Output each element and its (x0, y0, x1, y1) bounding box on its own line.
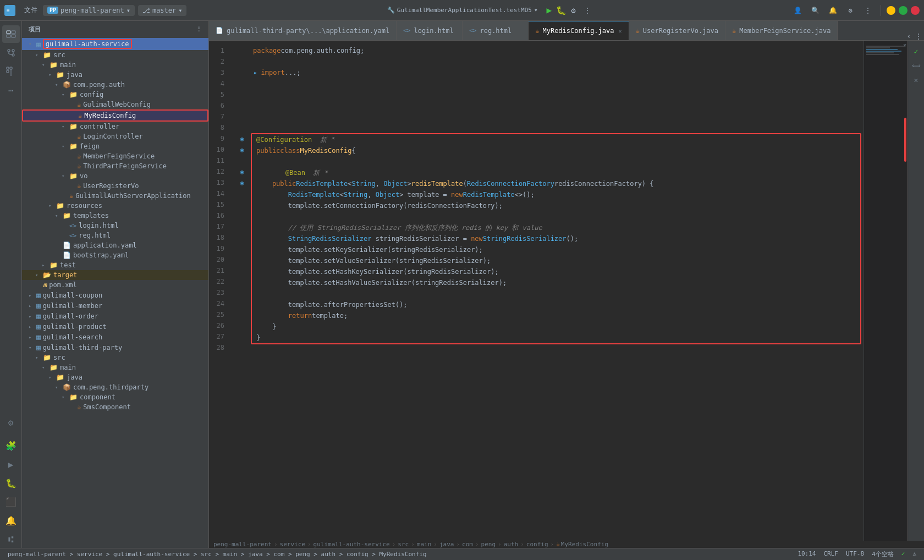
bc-main[interactable]: main (417, 541, 432, 548)
right-close-icon[interactable]: ✕ (910, 74, 922, 86)
statusbar-crlf[interactable]: CRLF (821, 550, 842, 558)
bc-auth[interactable]: auth (504, 541, 519, 548)
statusbar-indent[interactable]: 4个空格 (868, 550, 897, 558)
statusbar-encoding[interactable]: UTF-8 (843, 550, 867, 558)
tree-item-search[interactable]: ▸ ▦ gulimall-search (22, 332, 208, 342)
tree-item-feign[interactable]: ▾ 📁 feign (22, 141, 208, 151)
project-selector[interactable]: PP peng-mall-parent ▾ (43, 5, 135, 16)
tree-item-config[interactable]: ▾ 📁 config (22, 90, 208, 100)
tree-item-product[interactable]: ▸ ▦ gulimall-product (22, 321, 208, 332)
tree-item-sms-component[interactable]: ▾ ☕ SmsComponent (22, 402, 208, 412)
tree-item-com-peng-thirdparty[interactable]: ▾ 📦 com.peng.thirdparty (22, 382, 208, 392)
tab-nav-more[interactable]: ⋮ (913, 32, 924, 40)
tree-item-thirdpart-feign[interactable]: ▾ ☕ ThirdPartFeignService (22, 161, 208, 171)
win-close-button[interactable]: ✕ (911, 6, 920, 15)
statusbar-right: 10:14 CRLF UTF-8 4个空格 ✓ ⚠ (794, 550, 920, 558)
profile-button[interactable]: 👤 (790, 4, 805, 17)
run-settings-button[interactable]: ⚙ (571, 6, 575, 15)
bc-com[interactable]: com (462, 541, 473, 548)
tab-uservo[interactable]: ☕ UserRegisterVo.java (629, 21, 726, 40)
tree-item-java2[interactable]: ▾ 📁 java (22, 372, 208, 382)
right-check-icon[interactable]: ✓ (910, 45, 922, 57)
sidebar-settings-icon[interactable]: ⚙ (2, 414, 20, 431)
tab-member[interactable]: ☕ MemberFeignService.java (725, 21, 838, 40)
sidebar-structure-icon[interactable] (2, 63, 20, 80)
win-minimize-button[interactable]: – (887, 6, 895, 15)
tree-item-login-controller[interactable]: ▾ ☕ LoginController (22, 131, 208, 141)
tree-item-test[interactable]: ▸ 📁 test (22, 260, 208, 270)
tab-reg[interactable]: <> reg.html (463, 21, 529, 40)
tree-item-controller[interactable]: ▾ 📁 controller (22, 122, 208, 131)
bc-config[interactable]: config (526, 541, 548, 548)
sidebar-project-icon[interactable] (2, 25, 20, 43)
statusbar-project-path[interactable]: peng-mall-parent > service > gulimall-au… (4, 551, 430, 558)
sidebar-plugins-icon[interactable]: 🧩 (2, 437, 20, 454)
search-everywhere-button[interactable]: 🔍 (808, 4, 822, 17)
branch-selector[interactable]: ⎇ master ▾ (138, 5, 187, 16)
tree-item-pom[interactable]: ▾ m pom.xml (22, 280, 208, 290)
tree-item-order[interactable]: ▸ ▦ gulimall-order (22, 311, 208, 321)
sidebar-debug-icon[interactable]: 🐛 (2, 474, 20, 492)
file-tree-scroll[interactable]: ▾ ▦ gulimall-auth-service ▾ 📁 src ▾ 📁 ma… (22, 38, 208, 548)
debug-button[interactable]: 🐛 (556, 6, 566, 15)
tree-item-auth-service[interactable]: ▾ ▦ gulimall-auth-service (22, 38, 208, 50)
tree-item-src[interactable]: ▾ 📁 src (22, 50, 208, 60)
tree-item-reg-html[interactable]: ▾ <> reg.html (22, 230, 208, 240)
bc-auth-service[interactable]: gulimall-auth-service (314, 541, 390, 548)
tree-item-application-yaml[interactable]: ▾ 📄 application.yaml (22, 240, 208, 250)
bc-service[interactable]: service (280, 541, 305, 548)
statusbar-warnings[interactable]: ⚠ (909, 550, 920, 558)
menu-file[interactable]: 文件 (20, 3, 42, 17)
tree-item-target[interactable]: ▾ 📂 target (22, 270, 208, 280)
tree-item-main[interactable]: ▾ 📁 main (22, 60, 208, 70)
more-run-options[interactable]: ⋮ (580, 4, 595, 17)
tree-item-java[interactable]: ▾ 📁 java (22, 70, 208, 80)
bc-peng-mall-parent[interactable]: peng-mall-parent (213, 541, 272, 548)
gutter-13: ◉ (235, 177, 249, 188)
sidebar-bookmarks-icon[interactable]: ⋯ (2, 81, 20, 99)
run-config-selector[interactable]: 🔧 GulimallMemberApplicationTest.testMD5 … (383, 5, 542, 15)
ln-8: 8 (209, 122, 229, 133)
settings-button[interactable]: ⚙ (843, 4, 857, 17)
tree-item-com-peng-auth[interactable]: ▾ 📦 com.peng.auth (22, 80, 208, 90)
tree-item-third-party[interactable]: ▾ ▦ gulimall-third-party (22, 342, 208, 353)
tree-item-member[interactable]: ▸ ▦ gulimall-member (22, 300, 208, 311)
run-button[interactable]: ▶ (547, 5, 552, 15)
bc-java[interactable]: java (439, 541, 454, 548)
code-editor[interactable]: package com.peng.auth.config; ▸ import .… (249, 41, 864, 541)
tree-item-component[interactable]: ▾ 📁 component (22, 392, 208, 402)
sidebar-run-icon[interactable]: ▶ (2, 455, 20, 473)
tab-nav-prev[interactable]: ‹ (905, 32, 913, 40)
tree-item-templates[interactable]: ▾ 📁 templates (22, 211, 208, 221)
sidebar-terminal-icon[interactable]: ⬛ (2, 493, 20, 510)
sidebar-git-icon[interactable]: ⑆ (2, 530, 20, 548)
sidebar-notifications-icon[interactable]: 🔔 (2, 512, 20, 529)
tree-item-src2[interactable]: ▾ 📁 src (22, 353, 208, 363)
tree-item-vo[interactable]: ▾ 📁 vo (22, 171, 208, 181)
tree-item-auth-app[interactable]: ▾ ☕ GulimallAuthServerApplication (22, 191, 208, 201)
sidebar-vcs-icon[interactable] (2, 44, 20, 62)
tab-login[interactable]: <> login.html (397, 21, 463, 40)
statusbar-line-col[interactable]: 10:14 (794, 550, 819, 558)
statusbar-check[interactable]: ✓ (898, 550, 909, 558)
notifications-button[interactable]: 🔔 (826, 4, 840, 17)
bc-peng[interactable]: peng (481, 541, 496, 548)
tree-item-gulimall-web-config[interactable]: ▾ ☕ GulimallWebConfig (22, 100, 208, 109)
bc-myredisconfig[interactable]: ☕MyRedisConfig (556, 541, 608, 548)
right-format-icon[interactable]: ⟺ (910, 59, 922, 72)
tab-myredis[interactable]: ☕ MyRedisConfig.java ✕ (529, 21, 629, 40)
tree-item-coupon[interactable]: ▸ ▦ gulimall-coupon (22, 290, 208, 300)
bc-src[interactable]: src (398, 541, 409, 548)
file-tree-menu-icon[interactable]: ⋮ (196, 26, 202, 33)
tree-item-resources[interactable]: ▾ 📁 resources (22, 201, 208, 211)
tree-item-bootstrap-yaml[interactable]: ▾ 📄 bootstrap.yaml (22, 250, 208, 260)
tree-item-main2[interactable]: ▾ 📁 main (22, 363, 208, 372)
tree-item-login-html[interactable]: ▾ <> login.html (22, 221, 208, 230)
more-button[interactable]: ⋮ (861, 4, 875, 17)
tree-item-my-redis-config[interactable]: ▾ ☕ MyRedisConfig (22, 109, 208, 122)
tree-item-member-feign[interactable]: ▾ ☕ MemberFeignService (22, 151, 208, 161)
tab-close-myredis[interactable]: ✕ (619, 28, 622, 34)
win-maximize-button[interactable]: □ (899, 6, 908, 15)
tree-item-user-register-vo[interactable]: ▾ ☕ UserRegisterVo (22, 181, 208, 191)
tab-yaml[interactable]: 📄 gulimall-third-party\...\application.y… (209, 21, 397, 40)
